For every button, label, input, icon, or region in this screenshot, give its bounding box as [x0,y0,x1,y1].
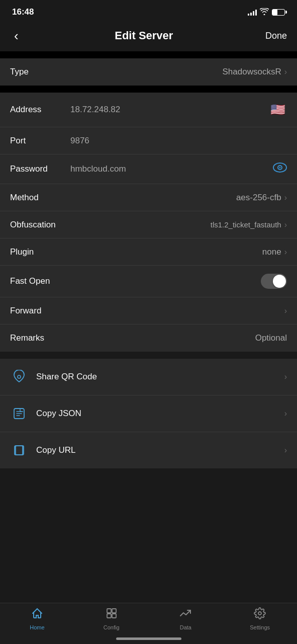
share-qr-chevron: › [284,372,287,381]
port-value: 9876 [70,136,287,146]
plugin-value: none [65,247,281,257]
password-value: hmbcloud.com [70,164,268,174]
port-label: Port [10,136,65,146]
remarks-label: Remarks [10,333,65,343]
tab-home[interactable]: Home [0,607,74,630]
plugin-row[interactable]: Plugin none › [0,238,297,266]
data-icon [179,607,191,622]
forward-chevron: › [284,306,287,315]
page-title: Edit Server [115,29,173,42]
back-button[interactable]: ‹ [10,27,23,44]
section-gap-2 [0,86,297,93]
section-gap-1 [0,51,297,58]
copy-json-icon [10,405,28,423]
signal-icon [248,9,257,16]
show-password-button[interactable] [273,163,287,176]
tab-data[interactable]: Data [149,607,223,630]
svg-rect-7 [112,609,116,613]
tab-config[interactable]: Config [74,607,149,630]
address-label: Address [10,105,65,115]
share-qr-label: Share QR Code [36,372,284,382]
type-row[interactable]: Type ShadowsocksR › [0,58,297,86]
port-row[interactable]: Port 9876 [0,127,297,154]
address-value: 18.72.248.82 [70,105,264,115]
tab-home-label: Home [30,624,44,630]
copy-url-icon [10,441,28,459]
tab-config-label: Config [104,624,120,630]
fast-open-label: Fast Open [10,276,65,286]
method-chevron: › [284,193,287,202]
method-label: Method [10,193,65,203]
type-section: Type ShadowsocksR › [0,58,297,86]
share-qr-icon [10,368,28,386]
tab-settings-label: Settings [250,624,270,630]
home-indicator [116,637,181,640]
copy-url-row[interactable]: Copy URL › [0,432,297,468]
content-area: Type ShadowsocksR › Address 18.72.248.82… [0,51,297,514]
fast-open-row: Fast Open [0,266,297,297]
type-label: Type [10,67,65,77]
status-bar: 16:48 [0,0,297,22]
obfuscation-label: Obfuscation [10,220,65,230]
fast-open-toggle[interactable] [261,274,287,289]
nav-bar: ‹ Edit Server Done [0,22,297,51]
svg-point-12 [258,612,261,615]
copy-json-chevron: › [284,409,287,418]
svg-rect-9 [112,614,116,618]
password-row[interactable]: Password hmbcloud.com [0,154,297,184]
remarks-value: Optional [65,333,287,343]
forward-row[interactable]: Forward › [0,297,297,325]
share-qr-row[interactable]: Share QR Code › [0,359,297,395]
method-row[interactable]: Method aes-256-cfb › [0,184,297,211]
flag-icon: 🇺🇸 [269,101,287,119]
actions-section: Share QR Code › Copy JSON › [0,359,297,468]
svg-rect-6 [107,609,111,613]
obfuscation-row[interactable]: Obfuscation tls1.2_ticket_fastauth › [0,211,297,238]
obfuscation-chevron: › [284,220,287,229]
copy-url-chevron: › [284,446,287,455]
obfuscation-value: tls1.2_ticket_fastauth [65,220,281,229]
toggle-knob [273,275,286,288]
settings-icon [254,607,266,622]
status-icons [248,8,285,17]
copy-url-label: Copy URL [36,445,284,455]
type-value: ShadowsocksR [65,67,281,77]
svg-point-2 [279,167,281,169]
toggle-switch[interactable] [261,274,287,289]
done-button[interactable]: Done [265,31,287,41]
type-chevron: › [284,67,287,76]
tab-data-label: Data [180,624,191,630]
address-row[interactable]: Address 18.72.248.82 🇺🇸 [0,93,297,127]
wifi-icon [260,8,269,17]
copy-json-label: Copy JSON [36,409,284,419]
plugin-label: Plugin [10,247,65,257]
svg-rect-8 [107,614,111,618]
status-time: 16:48 [12,7,34,17]
home-icon [31,607,43,622]
copy-json-row[interactable]: Copy JSON › [0,395,297,432]
method-value: aes-256-cfb [65,193,281,203]
config-icon [106,607,118,622]
server-fields-section: Address 18.72.248.82 🇺🇸 Port 9876 Passwo… [0,93,297,352]
forward-label: Forward [10,306,65,316]
tab-settings[interactable]: Settings [223,607,297,630]
plugin-chevron: › [284,248,287,257]
battery-icon [272,9,285,16]
remarks-row[interactable]: Remarks Optional [0,325,297,352]
password-label: Password [10,164,65,174]
